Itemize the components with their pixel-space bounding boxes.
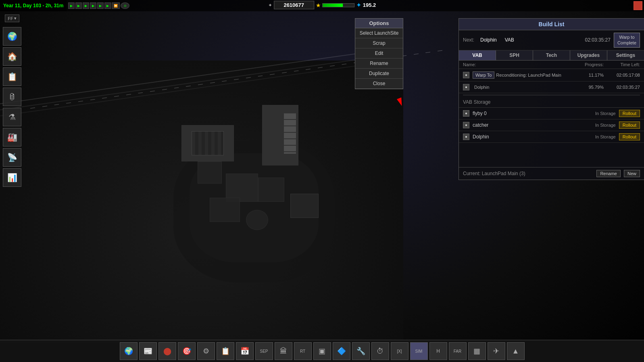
- currency-value: 2610677: [274, 1, 314, 9]
- options-title: Options: [355, 19, 403, 28]
- scrap-btn[interactable]: Scrap: [355, 38, 403, 48]
- build-item-dolphin: ● Dolphin 95.79% 02:03:35:27: [459, 82, 644, 93]
- build-tabs: VAB SPH Tech Upgrades Settings: [459, 50, 644, 61]
- building-5: [290, 194, 319, 218]
- tab-sph[interactable]: SPH: [496, 50, 533, 60]
- tab-settings[interactable]: Settings: [607, 50, 644, 60]
- time-display: Year 11, Day 103 - 2h, 31m: [0, 0, 67, 11]
- reputation-bar: ★: [316, 2, 354, 8]
- col-name: Name:: [463, 62, 571, 67]
- close-btn[interactable]: Close: [355, 79, 403, 89]
- left-sidebar: FF ▾ 🌍 🏠 📋 🛢 ⚗ 🏭 📡 📊: [0, 11, 24, 340]
- build-next-row: Next: Dolphin VAB 02:03:35:27 Warp to Co…: [459, 30, 644, 50]
- sidebar-btn-stats[interactable]: 📊: [3, 168, 21, 187]
- sidebar-btn-factory[interactable]: 🏭: [3, 128, 21, 146]
- bottom-btn-far[interactable]: FAR: [449, 342, 467, 360]
- next-facility: VAB: [505, 37, 514, 43]
- sidebar-btn-research[interactable]: ⚗: [3, 108, 21, 126]
- bottom-btn-settings[interactable]: ⚙: [197, 342, 215, 360]
- bottom-btn-pattern[interactable]: ▦: [468, 342, 486, 360]
- bottom-btn-sep[interactable]: SEP: [255, 342, 273, 360]
- build-divider: [463, 95, 640, 95]
- build-list-spacer: [459, 143, 644, 167]
- speed1-btn[interactable]: ▶: [75, 2, 82, 9]
- bottom-btn-up[interactable]: ▲: [507, 342, 525, 360]
- build-item-reconditioning: ● Warp To Reconditioning: LaunchPad Main…: [459, 69, 644, 82]
- storage-icon-3: ●: [463, 134, 469, 140]
- build-footer: Current: LaunchPad Main (3) Rename New: [459, 167, 644, 180]
- build-item-name-dolphin: Dolphin: [474, 85, 579, 90]
- new-launchpad-btn[interactable]: New: [624, 170, 640, 177]
- rollout-btn-3[interactable]: Rollout: [619, 133, 640, 140]
- bottom-btn-sim[interactable]: SIM: [410, 342, 428, 360]
- bottom-btn-news[interactable]: 📰: [139, 342, 157, 360]
- speed3-btn[interactable]: ▶: [90, 2, 96, 9]
- speed-max-btn[interactable]: ⏩: [112, 2, 120, 9]
- speed2-btn[interactable]: ▶: [83, 2, 89, 9]
- bottom-btn-target[interactable]: 🎯: [178, 342, 196, 360]
- rename-launchpad-btn[interactable]: Rename: [596, 170, 621, 177]
- building-3: [258, 178, 284, 202]
- bottom-btn-h[interactable]: H: [429, 342, 447, 360]
- bottom-btn-globe[interactable]: 🌍: [120, 342, 138, 360]
- currency-display: ✦ 2610677 ★ ✦ 195.2: [268, 1, 376, 9]
- bottom-btn-calendar[interactable]: 📅: [236, 342, 254, 360]
- pause-btn[interactable]: ▶: [68, 2, 75, 9]
- build-item-time-1: 02:05:17:08: [604, 73, 640, 77]
- storage-item-catcher: ● catcher In Storage Rollout: [459, 119, 644, 131]
- tower-building: [262, 105, 298, 165]
- dome-building: [246, 210, 268, 230]
- bottom-btn-wrench[interactable]: 🔧: [352, 342, 370, 360]
- science-count: 195.2: [363, 2, 376, 8]
- building-4: [210, 198, 240, 222]
- build-item-icon-2: ●: [463, 84, 469, 90]
- rollout-btn-2[interactable]: Rollout: [619, 121, 640, 129]
- bottom-btn-timer[interactable]: ⏱: [371, 342, 389, 360]
- sidebar-btn-comms[interactable]: 📡: [3, 148, 21, 167]
- select-launch-site-btn[interactable]: Select LaunchSite: [355, 28, 403, 38]
- sidebar-btn-resources[interactable]: 🛢: [3, 88, 21, 106]
- storage-name-2: catcher: [473, 122, 595, 128]
- next-time: 02:03:35:27: [517, 37, 611, 43]
- bottom-btn-plane[interactable]: ✈: [488, 342, 505, 360]
- tab-upgrades[interactable]: Upgrades: [570, 50, 607, 60]
- sidebar-btn-missions[interactable]: 📋: [3, 67, 21, 86]
- speed5-btn[interactable]: ▶: [104, 2, 111, 9]
- edit-btn[interactable]: Edit: [355, 48, 403, 59]
- bottom-btn-x[interactable]: [X]: [391, 342, 408, 360]
- bottom-btn-grid[interactable]: ▣: [313, 342, 331, 360]
- sidebar-btn-globe[interactable]: 🌍: [3, 27, 21, 46]
- science-icon: ✦: [356, 1, 361, 9]
- top-bar: Year 11, Day 103 - 2h, 31m ▶ ▶ ▶ ▶ ▶ ▶ ⏩…: [0, 0, 644, 11]
- hangar-building: [181, 125, 234, 161]
- storage-status-3: In Storage: [595, 134, 616, 139]
- duplicate-btn[interactable]: Duplicate: [355, 69, 403, 79]
- bottom-btn-alert[interactable]: ⬤: [158, 342, 176, 360]
- next-craft: Dolphin: [480, 37, 497, 43]
- tab-vab[interactable]: VAB: [459, 50, 496, 60]
- bottom-btn-bank[interactable]: 🏛: [275, 342, 292, 360]
- bottom-btn-diamond[interactable]: 🔷: [333, 342, 350, 360]
- rollout-btn-1[interactable]: Rollout: [619, 110, 640, 117]
- build-item-desc-1: Reconditioning: LaunchPad Main: [496, 73, 579, 77]
- storage-status-2: In Storage: [595, 123, 616, 128]
- ff-button[interactable]: FF ▾: [5, 15, 19, 22]
- warp-to-btn-1[interactable]: Warp To: [473, 71, 494, 79]
- app-icon: [634, 1, 642, 10]
- storage-name-3: Dolphin: [473, 134, 595, 140]
- bottom-btn-rt[interactable]: RT: [294, 342, 312, 360]
- bottom-btn-contracts[interactable]: 📋: [217, 342, 234, 360]
- warp-complete-btn[interactable]: Warp to Complete: [614, 33, 640, 48]
- sidebar-btn-home[interactable]: 🏠: [3, 47, 21, 66]
- storage-icon-1: ●: [463, 110, 469, 117]
- rep-bar-background: [322, 3, 354, 7]
- rename-btn-options[interactable]: Rename: [355, 59, 403, 69]
- ff-label: FF: [8, 16, 13, 21]
- tab-tech[interactable]: Tech: [533, 50, 570, 60]
- bottom-bar: 🌍 📰 ⬤ 🎯 ⚙ 📋 📅 SEP 🏛 RT ▣ 🔷 🔧 ⏱ [X] SIM H…: [0, 340, 644, 362]
- build-list-panel: Build List Next: Dolphin VAB 02:03:35:27…: [459, 18, 644, 180]
- building-1: [198, 161, 222, 184]
- time-controls: ▶ ▶ ▶ ▶ ▶ ▶ ⏩ ⊙: [67, 2, 131, 9]
- warp-toggle[interactable]: ⊙: [121, 2, 129, 9]
- speed4-btn[interactable]: ▶: [97, 2, 104, 9]
